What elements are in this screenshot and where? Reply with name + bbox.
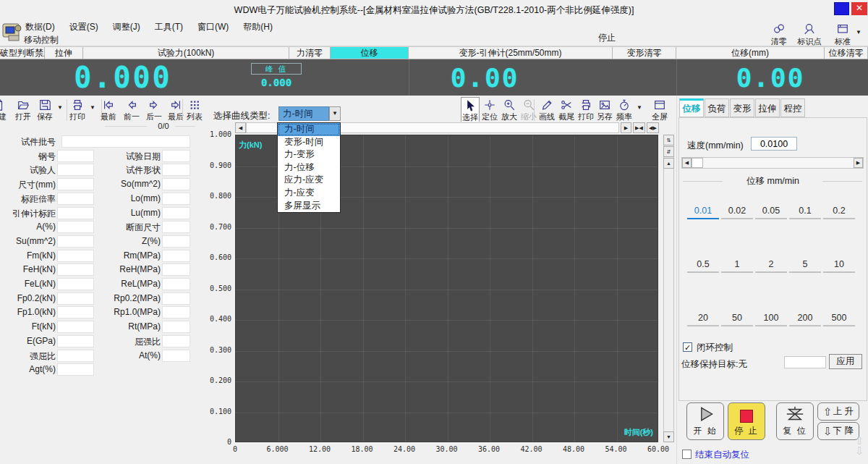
speed-preset-0.05[interactable]: 0.05 <box>755 206 787 219</box>
menu-item-settings[interactable]: 设置(S) <box>68 21 100 33</box>
channel-cell-break-detection[interactable]: 破型判断禁止 <box>0 47 45 59</box>
speed-preset-10[interactable]: 10 <box>823 259 855 273</box>
chart-scroll-left-icon[interactable]: ◀ <box>235 122 246 133</box>
field-input[interactable] <box>57 150 94 162</box>
chart-scroll-up-icon[interactable]: ▲ <box>663 158 674 169</box>
speed-preset-1[interactable]: 1 <box>721 259 753 273</box>
field-input[interactable] <box>57 193 94 205</box>
field-input[interactable] <box>57 221 94 233</box>
dropdown-option-应力-应变[interactable]: 应力-应变 <box>278 174 340 187</box>
dropdown-option-力-位移[interactable]: 力-位移 <box>278 161 340 174</box>
scrollbar-right-arrow-icon[interactable]: ▶ <box>854 158 863 168</box>
scrollbar-thumb[interactable] <box>692 158 703 168</box>
field-input[interactable] <box>162 292 190 305</box>
field-input[interactable] <box>57 306 94 319</box>
reset-button[interactable]: 复 位 <box>776 402 814 440</box>
field-input[interactable] <box>57 250 94 262</box>
dropdown-option-变形-时间[interactable]: 变形-时间 <box>278 136 340 149</box>
speed-preset-0.02[interactable]: 0.02 <box>721 206 753 219</box>
chart-vscroll-track[interactable] <box>663 135 674 442</box>
speed-scrollbar[interactable]: ◀ ▶ <box>681 157 864 169</box>
menu-item-window[interactable]: 窗口(W) <box>196 21 230 33</box>
field-input[interactable] <box>162 278 190 290</box>
curve-type-combobox[interactable]: 力-时间 <box>278 106 329 121</box>
down-button[interactable]: ⇩下 降 <box>817 422 859 440</box>
channel-cell-displacement[interactable]: 位移 <box>331 47 409 59</box>
first-record-button[interactable]: 最前 <box>99 98 118 122</box>
channel-cell-tension-mode[interactable]: 拉伸 <box>45 47 83 59</box>
chart-tool-频率[interactable]: 频率 <box>615 98 634 122</box>
speed-preset-0.1[interactable]: 0.1 <box>789 206 821 219</box>
speed-preset-500[interactable]: 500 <box>823 313 855 326</box>
tab-program[interactable]: 程控 <box>780 98 805 117</box>
field-input[interactable] <box>162 250 190 262</box>
speed-preset-0.2[interactable]: 0.2 <box>823 206 855 219</box>
field-input[interactable] <box>162 150 190 162</box>
tab-tension[interactable]: 拉伸 <box>755 98 780 117</box>
minimize-button[interactable] <box>834 2 849 15</box>
chart-split-y-icon[interactable]: ⇅ <box>663 135 674 145</box>
apply-button[interactable]: 应用 <box>829 354 862 369</box>
field-input[interactable] <box>162 207 190 219</box>
speed-preset-50[interactable]: 50 <box>721 313 753 326</box>
chart-expand-x-icon[interactable]: ◀▶ <box>647 122 659 133</box>
toolbar-button-清零[interactable]: 清零 <box>767 22 791 47</box>
closed-loop-checkbox[interactable]: ✓ <box>683 342 692 352</box>
scrollbar-left-arrow-icon[interactable]: ◀ <box>682 158 692 168</box>
field-input[interactable] <box>61 135 190 148</box>
tab-deformation[interactable]: 变形 <box>730 98 754 117</box>
dropdown-option-力-时间[interactable]: 力-时间 <box>278 123 340 136</box>
chart-tool-另存[interactable]: 另存 <box>595 98 614 122</box>
tab-load[interactable]: 负荷 <box>705 98 729 117</box>
field-input[interactable] <box>162 235 190 248</box>
chart-tool-画线[interactable]: 画线 <box>537 98 556 122</box>
field-input[interactable] <box>162 321 190 333</box>
chart-scroll-down-icon[interactable]: ▼ <box>663 431 674 442</box>
chart-compress-y-icon[interactable]: ⇵ <box>663 146 674 157</box>
channel-cell-test-force[interactable]: 试验力(100kN) <box>83 47 289 59</box>
field-input[interactable] <box>57 178 94 190</box>
chart-tool-全屏[interactable]: 全屏 <box>650 98 670 122</box>
field-input[interactable] <box>57 292 94 305</box>
auto-reset-checkbox[interactable] <box>682 450 692 459</box>
menu-item-help[interactable]: 帮助(H) <box>242 21 274 33</box>
chart-tool-定位[interactable]: 定位 <box>480 98 499 122</box>
field-input[interactable] <box>162 263 190 276</box>
speed-preset-200[interactable]: 200 <box>789 313 821 326</box>
speed-preset-20[interactable]: 20 <box>687 313 719 326</box>
chart-tool-选择[interactable]: 选择 <box>461 97 480 124</box>
field-input[interactable] <box>57 350 94 362</box>
start-button[interactable]: 开 始 <box>686 402 724 440</box>
toolbar-overflow-caret-icon[interactable]: ▼ <box>856 29 861 35</box>
dropdown-option-多屏显示[interactable]: 多屏显示 <box>278 200 340 213</box>
open-button[interactable]: 打开 <box>14 98 33 122</box>
speed-preset-0.01[interactable]: 0.01 <box>687 206 719 219</box>
list-view-button[interactable]: 列表 <box>185 98 204 122</box>
channel-cell-displacement-mm[interactable]: 位移(mm) <box>676 47 825 59</box>
field-input[interactable] <box>162 221 190 233</box>
menu-item-data[interactable]: 数据(D) <box>24 21 56 33</box>
toolbar-button-标识点[interactable]: 标识点 <box>797 22 822 47</box>
close-button[interactable]: ✕ <box>851 2 867 15</box>
move-control-label[interactable]: 移动控制 <box>24 34 59 46</box>
save-caret-icon[interactable]: ▼ <box>56 103 64 113</box>
chart-tool-截尾[interactable]: 截尾 <box>557 98 576 122</box>
field-input[interactable] <box>162 178 190 190</box>
speed-preset-100[interactable]: 100 <box>755 313 787 326</box>
chart-tool-打印[interactable]: 打印 <box>576 98 595 122</box>
stop-button[interactable]: 停 止 <box>728 402 765 440</box>
field-input[interactable] <box>57 207 94 219</box>
field-input[interactable] <box>162 193 190 205</box>
field-input[interactable] <box>57 164 94 176</box>
up-button[interactable]: ⇧上 升 <box>817 402 859 421</box>
toolbar-button-标准[interactable]: 标准 <box>830 22 855 47</box>
print-button[interactable]: 打印 <box>68 98 87 122</box>
channel-cell-deformation-extensometer[interactable]: 变形-引伸计(25mm/50mm) <box>409 47 613 59</box>
dropdown-option-力-变形[interactable]: 力-变形 <box>278 148 340 161</box>
field-input[interactable] <box>57 263 94 276</box>
field-input[interactable] <box>162 335 190 347</box>
combobox-caret-icon[interactable]: ▼ <box>329 106 341 121</box>
chart-tool-放大[interactable]: 放大 <box>500 98 519 122</box>
new-button[interactable]: 新建 <box>0 98 8 122</box>
tab-displacement[interactable]: 位移 <box>679 98 704 117</box>
